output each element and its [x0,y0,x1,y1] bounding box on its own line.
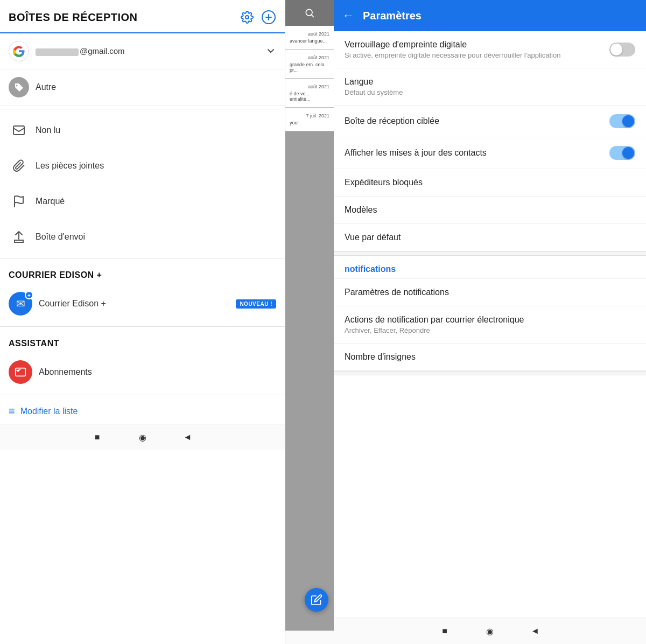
edison-icon: ✉ + [9,292,32,316]
right-phone-nav: ■ ◉ ◄ [334,618,646,644]
email-date-3: août 2021 [290,84,329,89]
search-icon [304,8,315,18]
email-item-3[interactable]: août 2021 é de vo... entialité... [285,79,334,108]
boite-ciblee-text: Boîte de réception ciblée [345,116,609,126]
email-snippet-1: avancer langue... [290,38,329,44]
mises-a-jour-thumb [622,147,634,159]
left-header: BOÎTES DE RÉCEPTION [0,0,285,33]
verrouillage-toggle[interactable] [609,43,635,57]
langue-label: Langue [345,77,635,87]
verrouillage-thumb [610,44,622,55]
non-lu-label: Non lu [36,125,60,135]
settings-divider [334,251,646,256]
settings-item-boite-ciblee[interactable]: Boîte de réception ciblée [334,106,646,137]
compose-fab-button[interactable] [305,588,328,612]
mail-icon [9,120,29,141]
abonnements-icon [9,360,32,384]
separator-3 [0,326,285,327]
parametres-notif-text: Paramètres de notifications [345,288,635,297]
tag-icon [9,77,29,97]
settings-divider-2 [334,371,646,375]
account-row[interactable]: @gmail.com [0,33,285,69]
settings-content: Verrouillage d'empreinte digitale Si act… [334,31,646,618]
mises-a-jour-text: Afficher les mises à jour des contacts [345,148,609,158]
email-item-4[interactable]: 7 juil. 2021 your [285,108,334,131]
email-date-1: août 2021 [290,31,329,37]
actions-notif-desc: Archiver, Effacer, Répondre [345,326,635,334]
modify-list-label: Modifier la liste [20,407,78,416]
courrier-edison-row[interactable]: ✉ + Courrier Edison + NOUVEAU ! [0,284,285,323]
email-snippet-4: your [290,120,329,125]
search-bar[interactable] [285,0,334,26]
modeles-text: Modèles [345,205,635,215]
vue-label: Vue par défaut [345,233,635,242]
courrier-section-header: COURRIER EDISON + [0,262,285,284]
left-phone-nav: ■ ◉ ◄ [0,424,285,450]
center-panel: août 2021 avancer langue... août 2021 gr… [285,0,334,644]
left-panel: BOÎTES DE RÉCEPTION @gmail.com [0,0,285,644]
back-nav-icon[interactable]: ◄ [181,431,194,444]
autre-row[interactable]: Autre [0,69,285,106]
separator-4 [0,395,285,395]
abonnements-label: Abonnements [39,367,92,377]
right-square-nav[interactable]: ■ [438,625,451,638]
right-circle-nav[interactable]: ◉ [483,625,496,638]
verrouillage-text: Verrouillage d'empreinte digitale Si act… [345,40,609,59]
gear-button[interactable] [240,10,255,25]
svg-rect-1 [13,126,24,135]
square-nav-icon[interactable]: ■ [91,431,104,444]
nouveau-badge: NOUVEAU ! [236,299,276,309]
email-item-1[interactable]: août 2021 avancer langue... [285,26,334,50]
outbox-icon [9,227,29,247]
inbox-title: BOÎTES DE RÉCEPTION [9,11,233,24]
flag-icon [9,191,29,212]
actions-notif-label: Actions de notification par courrier éle… [345,315,635,325]
insignes-text: Nombre d'insignes [345,352,635,362]
settings-item-modeles[interactable]: Modèles [334,197,646,224]
attachment-icon [9,156,29,176]
settings-item-insignes[interactable]: Nombre d'insignes [334,344,646,371]
modify-list-row[interactable]: ≡ Modifier la liste [0,398,285,424]
back-button[interactable]: ← [342,9,354,23]
expediteurs-label: Expéditeurs bloqués [345,178,635,187]
settings-item-actions-notif[interactable]: Actions de notification par courrier éle… [334,306,646,344]
nav-item-marque[interactable]: Marqué [0,184,285,219]
google-avatar [9,41,29,61]
email-blurred [36,48,79,56]
circle-nav-icon[interactable]: ◉ [136,431,149,444]
mises-a-jour-label: Afficher les mises à jour des contacts [345,148,609,158]
modeles-label: Modèles [345,205,635,215]
boite-ciblee-thumb [622,115,634,127]
settings-item-vue[interactable]: Vue par défaut [334,224,646,251]
settings-item-verrouillage[interactable]: Verrouillage d'empreinte digitale Si act… [334,31,646,68]
settings-title: Paramètres [363,10,422,22]
nav-item-boite-envoi[interactable]: Boîte d'envoi [0,219,285,255]
marque-label: Marqué [36,197,65,206]
svg-point-4 [306,9,312,16]
abonnements-row[interactable]: Abonnements [0,353,285,391]
google-logo-icon [12,44,26,58]
list-edit-icon: ≡ [9,405,15,417]
mises-a-jour-toggle[interactable] [609,146,635,160]
plus-circle-icon [262,10,276,24]
add-inbox-button[interactable] [261,10,276,25]
email-suffix: @gmail.com [80,46,125,55]
settings-item-langue[interactable]: Langue Défaut du système [334,68,646,106]
edison-plus-badge: + [25,291,33,299]
email-item-2[interactable]: août 2021 grande em. cela pr... [285,50,334,79]
email-date-4: 7 juil. 2021 [290,113,329,118]
settings-item-mises-a-jour[interactable]: Afficher les mises à jour des contacts [334,137,646,169]
nav-item-non-lu[interactable]: Non lu [0,113,285,148]
verrouillage-label: Verrouillage d'empreinte digitale [345,40,609,50]
separator-1 [0,109,285,109]
settings-item-expediteurs[interactable]: Expéditeurs bloqués [334,169,646,197]
separator-2 [0,258,285,258]
settings-item-parametres-notif[interactable]: Paramètres de notifications [334,279,646,306]
right-back-nav[interactable]: ◄ [529,625,542,638]
right-panel: ← Paramètres Verrouillage d'empreinte di… [334,0,646,644]
boite-ciblee-toggle[interactable] [609,114,635,128]
notifications-section-label: notifications [334,256,646,279]
nav-item-pieces-jointes[interactable]: Les pièces jointes [0,148,285,184]
boite-ciblee-label: Boîte de réception ciblée [345,116,609,126]
autre-label: Autre [36,82,56,92]
